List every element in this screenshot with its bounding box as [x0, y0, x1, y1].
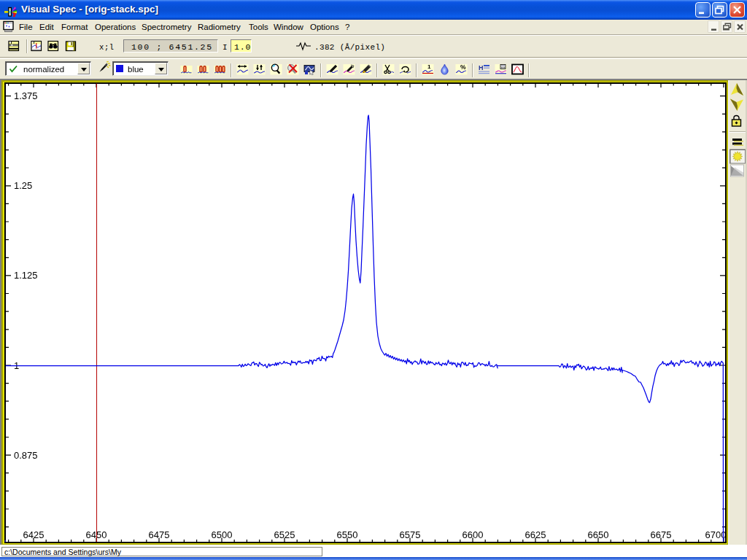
svg-text:6675: 6675: [651, 529, 672, 540]
svg-text:6650: 6650: [588, 529, 609, 540]
svg-text:1.125: 1.125: [14, 270, 38, 281]
svg-text:6550: 6550: [337, 529, 358, 540]
svg-text:0.875: 0.875: [14, 450, 38, 461]
svg-text:6475: 6475: [149, 529, 170, 540]
svg-text:1.375: 1.375: [14, 90, 38, 101]
svg-text:1.25: 1.25: [14, 180, 32, 191]
svg-text:6425: 6425: [23, 529, 44, 540]
svg-text:6525: 6525: [274, 529, 295, 540]
svg-text:6500: 6500: [212, 529, 233, 540]
svg-text:1: 1: [427, 63, 431, 70]
svg-text:H: H: [479, 64, 484, 71]
svg-text:6575: 6575: [400, 529, 421, 540]
svg-text:6600: 6600: [462, 529, 484, 540]
svg-text:6625: 6625: [525, 529, 546, 540]
svg-text:%: %: [460, 63, 466, 71]
